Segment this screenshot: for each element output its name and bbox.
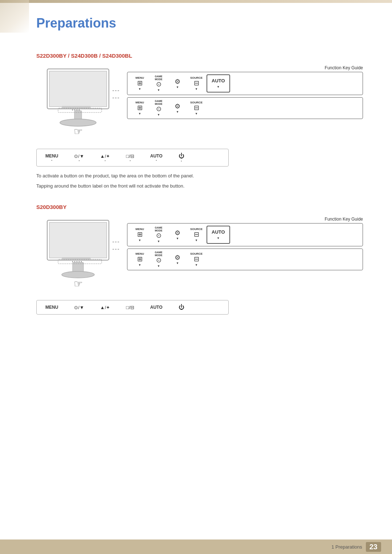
key-s2-brightness-1: ⚙ ▼ (169, 229, 186, 241)
key-menu-label-1: MENU (135, 76, 144, 79)
key-brightness-1: ⚙ ▼ (169, 78, 186, 89)
key-menu-1: MENU ⊞ ▼ (131, 76, 148, 91)
footer-page-number: 23 (366, 542, 381, 552)
section2-block: S20D300BY (36, 204, 363, 315)
key-brightness-2: ⚙ ▼ (169, 103, 186, 114)
section1-diagram: ☞ Function Key Guide MENU ⊞ ▼ (36, 65, 363, 141)
key-s2-source-2: SOURCE ⊟ ▼ (188, 252, 205, 267)
key-s2-brightness-2: ⚙ ▼ (169, 254, 186, 265)
bottom-btn-game-2: ⊙/▼ (74, 305, 84, 310)
hand-icon-2: ☞ (74, 278, 83, 290)
svg-point-21 (62, 271, 94, 278)
svg-point-18 (79, 261, 80, 262)
page-footer: 1 Preparations 23 (0, 539, 392, 554)
guide-col-2: Function Key Guide MENU ⊞ ▼ GAMEMODE ⊙ ▼ (123, 217, 363, 270)
key-s2-menu-2: MENU ⊞ ▼ (131, 252, 148, 267)
key-gamemode-1: GAMEMODE ⊙ ▼ (150, 75, 167, 92)
svg-rect-1 (49, 71, 107, 107)
info-text-2: Tapping around the button label on the f… (36, 182, 363, 190)
info-text-1: To activate a button on the product, tap… (36, 172, 363, 180)
section1-block: S22D300BY / S24D300B / S24D300BL (36, 53, 363, 189)
svg-point-6 (79, 110, 80, 111)
svg-point-8 (60, 119, 96, 126)
bottom-bar-2: MENU ⊙/▼ ▲/✦ □/⊟ AUTO ⏻ (36, 300, 229, 315)
page-title: Preparations (36, 16, 363, 31)
bottom-bar-1: MENU • ⊙/▼ • ▲/✦ • □/⊟ • AUTO • ⏻ • (36, 149, 229, 167)
key-s2-auto-1: AUTO ▼ (207, 226, 230, 244)
key-s2-menu-1: MENU ⊞ ▼ (131, 227, 148, 242)
key-source-1: SOURCE ⊟ ▼ (188, 76, 205, 91)
key-menu-2: MENU ⊞ ▼ (131, 101, 148, 115)
monitor-col-1: ☞ (36, 65, 123, 141)
svg-point-17 (77, 261, 78, 262)
page-content: Preparations S22D300BY / S24D300B / S24D… (0, 3, 392, 539)
fkg-label-2: Function Key Guide (127, 217, 363, 222)
bottom-btn-source-1: □/⊟ • (126, 153, 134, 162)
guide-col-1: Function Key Guide MENU ⊞ ▼ GAMEMODE ⊙ ▼ (123, 65, 363, 119)
key-s2-gamemode-2: GAMEMODE ⊙ ▼ (150, 251, 167, 268)
bottom-btn-game-1: ⊙/▼ • (74, 153, 84, 162)
svg-rect-2 (62, 106, 91, 108)
bottom-btn-power-2: ⏻ (179, 304, 184, 311)
svg-rect-13 (49, 222, 107, 258)
svg-point-3 (72, 110, 73, 111)
key-s2-gamemode-1: GAMEMODE ⊙ ▼ (150, 226, 167, 243)
footer-section-label: 1 Preparations (331, 544, 362, 550)
key-source-2: SOURCE ⊟ ▼ (188, 101, 205, 115)
bottom-btn-power-1: ⏻ • (179, 153, 184, 163)
key-auto-1: AUTO ▼ (207, 74, 230, 93)
monitor-col-2: ☞ (36, 217, 123, 293)
svg-point-5 (77, 110, 78, 111)
monitor-illustration-2: ☞ (40, 217, 120, 293)
svg-point-19 (81, 261, 82, 262)
bottom-btn-auto-1: AUTO • (150, 153, 163, 162)
key-s2-source-1: SOURCE ⊟ ▼ (188, 227, 205, 242)
bottom-btn-menu-2: MENU (45, 305, 58, 310)
section1-heading: S22D300BY / S24D300B / S24D300BL (36, 53, 363, 59)
top-stripe (0, 0, 392, 3)
bottom-btn-bright-1: ▲/✦ • (100, 153, 110, 162)
bottom-btn-auto-2: AUTO (150, 305, 163, 310)
svg-rect-14 (62, 257, 91, 259)
svg-point-16 (74, 261, 75, 262)
svg-point-15 (72, 261, 73, 262)
hand-icon: ☞ (74, 126, 83, 137)
fkg-label-1: Function Key Guide (127, 65, 363, 70)
bottom-btn-menu-1: MENU • (45, 153, 58, 162)
bottom-btn-source-2: □/⊟ (126, 305, 134, 310)
info-texts-1: To activate a button on the product, tap… (36, 172, 363, 189)
monitor-illustration-1: ☞ (40, 65, 120, 141)
svg-point-4 (74, 110, 75, 111)
section2-heading: S20D300BY (36, 204, 363, 210)
bottom-btn-bright-2: ▲/✦ (100, 305, 110, 310)
key-gamemode-2: GAMEMODE ⊙ ▼ (150, 100, 167, 116)
section2-diagram: ☞ Function Key Guide MENU ⊞ ▼ (36, 217, 363, 293)
